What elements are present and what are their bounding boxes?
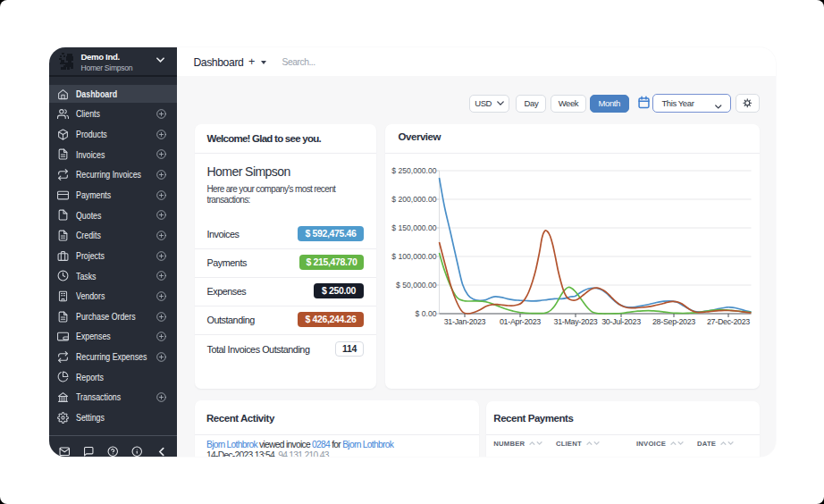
svg-text:30-Jul-2023: 30-Jul-2023 [601, 317, 641, 326]
svg-text:$ 250,000.00: $ 250,000.00 [391, 166, 436, 175]
svg-text:01-Apr-2023: 01-Apr-2023 [499, 317, 540, 326]
svg-text:$ 0.00: $ 0.00 [415, 309, 436, 318]
svg-text:$ 100,000.00: $ 100,000.00 [391, 252, 436, 261]
svg-text:31-May-2023: 31-May-2023 [553, 317, 597, 326]
svg-text:$ 200,000.00: $ 200,000.00 [391, 195, 436, 204]
svg-text:27-Dec-2023: 27-Dec-2023 [706, 317, 749, 326]
svg-text:28-Sep-2023: 28-Sep-2023 [652, 317, 694, 326]
svg-text:$ 150,000.00: $ 150,000.00 [391, 223, 436, 232]
svg-text:31-Jan-2023: 31-Jan-2023 [443, 317, 485, 326]
svg-text:$ 50,000.00: $ 50,000.00 [396, 281, 437, 290]
